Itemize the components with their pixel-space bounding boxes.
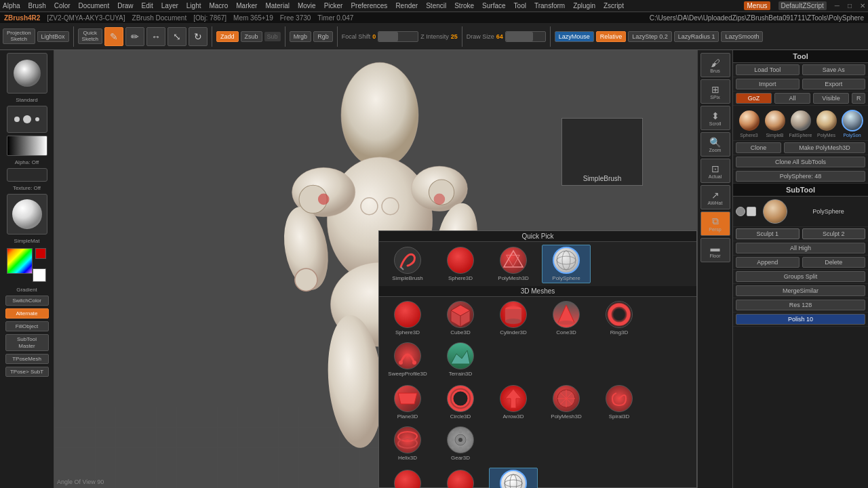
menu-light[interactable]: Light	[186, 2, 201, 9]
menu-zplugin[interactable]: Zplugin	[573, 2, 595, 9]
thumb-polysphere-main[interactable]: Sphere3	[737, 108, 762, 138]
subtool-eye-toggle[interactable]	[736, 207, 745, 216]
quick-item-simplebrush[interactable]: SimpleBrush	[383, 245, 432, 283]
append-btn[interactable]: Append	[736, 257, 800, 268]
merge-similar-btn[interactable]: MergeSimilar	[736, 285, 865, 296]
zadd-btn[interactable]: Zadd	[216, 31, 239, 42]
visible-btn[interactable]: Visible	[813, 93, 849, 104]
r-btn[interactable]: R	[852, 93, 865, 104]
switch-color-btn[interactable]: SwitchColor	[5, 296, 49, 306]
subtool-master-btn[interactable]: SubToolMaster	[5, 334, 49, 351]
rt-scroll[interactable]: ⬍ Scroll	[701, 106, 730, 130]
icon-close[interactable]: ✕	[860, 2, 865, 9]
texture-preview[interactable]	[7, 168, 47, 182]
lazy-radius-btn[interactable]: LazyRadius 1	[674, 31, 719, 42]
rgb-btn[interactable]: Rgb	[313, 31, 333, 42]
export-btn[interactable]: Export	[802, 79, 866, 89]
draw-icon[interactable]: ✏	[125, 27, 144, 46]
rotate-icon[interactable]: ↻	[189, 27, 208, 46]
menu-picker[interactable]: Picker	[324, 2, 343, 9]
mesh-zsphere[interactable]: ZSphere	[436, 468, 485, 488]
menu-stencil[interactable]: Stencil	[426, 2, 446, 9]
sculpt1-btn[interactable]: Sculpt 1	[736, 228, 800, 239]
menu-surface[interactable]: Surface	[482, 2, 505, 9]
res-128-btn[interactable]: Res 128	[736, 300, 865, 310]
lightbox-btn[interactable]: LightBox	[37, 31, 69, 42]
rt-actual[interactable]: ⊡ Actual	[701, 159, 730, 183]
polysphere-count-btn[interactable]: PolySphere: 48	[736, 171, 865, 182]
groups-split-btn[interactable]: Groups Split	[736, 271, 865, 282]
mesh-cone3d[interactable]: Cone3D	[542, 300, 591, 337]
material-preview[interactable]	[7, 194, 47, 235]
mesh-cylinder3d[interactable]: Cylinder3D	[489, 300, 538, 337]
mesh-terrain3d[interactable]: Terrain3D	[436, 341, 485, 378]
quick-item-polymesh[interactable]: PolyMesh3D	[489, 245, 538, 283]
menu-color[interactable]: Color	[54, 2, 71, 9]
menu-brush[interactable]: Brush	[28, 2, 46, 9]
menu-zscript[interactable]: Zscript	[604, 2, 624, 9]
thumb-polymes[interactable]: PolyMes	[814, 108, 839, 138]
dot-preview[interactable]	[7, 106, 47, 133]
mesh-plane3d[interactable]: Plane3D	[383, 384, 432, 421]
move-icon[interactable]: ↔	[146, 27, 165, 46]
clone-btn[interactable]: Clone	[736, 142, 781, 153]
menu-alpha[interactable]: Alpha	[3, 2, 20, 9]
quick-item-sphere3d[interactable]: Sphere3D	[436, 245, 485, 283]
rt-awhat[interactable]: ↗ AWHat	[701, 185, 730, 209]
make-polymesh-btn[interactable]: Make PolyMesh3D	[784, 142, 865, 153]
menu-movie[interactable]: Movie	[298, 2, 316, 9]
color-swatch[interactable]	[7, 248, 47, 282]
mesh-sphere3d[interactable]: Sphere3D	[383, 300, 432, 337]
menu-stroke[interactable]: Stroke	[454, 2, 474, 9]
thumb-fallsphere[interactable]: FallSphere	[789, 108, 813, 138]
lazy-step-btn[interactable]: LazyStep 0.2	[628, 31, 672, 42]
scale-icon[interactable]: ⤡	[167, 27, 186, 46]
quick-item-polysphere[interactable]: PolySphere	[542, 245, 591, 283]
subtool-lock-toggle[interactable]	[747, 207, 756, 216]
rt-brus[interactable]: 🖌 Brus	[701, 53, 730, 77]
draw-size-slider[interactable]	[505, 31, 546, 42]
thumb-polysphere-sel[interactable]: PolySon	[840, 108, 865, 138]
rt-persp[interactable]: ⧉ Persp	[701, 211, 730, 236]
mesh-helix3d[interactable]: Helix3D	[383, 425, 432, 462]
all-btn[interactable]: All	[774, 93, 810, 104]
menu-transform[interactable]: Transform	[534, 2, 565, 9]
lazy-mouse-btn[interactable]: LazyMouse	[555, 31, 594, 42]
mrgb-btn[interactable]: Mrgb	[290, 31, 312, 42]
load-tool-btn[interactable]: Load Tool	[736, 64, 800, 75]
mesh-polysphere[interactable]: PolySphere	[489, 468, 538, 488]
sculpt2-btn[interactable]: Sculpt 2	[802, 228, 866, 239]
mesh-circle3d[interactable]: Circle3D	[436, 384, 485, 421]
rt-spix[interactable]: ⊞ SPix	[701, 79, 730, 104]
thumb-simplebr[interactable]: SimpleB	[763, 108, 787, 138]
zsub-btn[interactable]: Zsub	[241, 31, 262, 42]
edit-icon[interactable]: ✎	[104, 27, 123, 46]
import-btn[interactable]: Import	[736, 79, 800, 89]
mesh-polymesh3d[interactable]: PolyMesh3D	[542, 384, 591, 421]
goz-btn[interactable]: GoZ	[736, 93, 772, 104]
menu-document[interactable]: Document	[79, 2, 110, 9]
menu-draw[interactable]: Draw	[117, 2, 133, 9]
canvas-area[interactable]: SimpleBrush Angle Of View 90 Quick Pick	[54, 50, 697, 488]
mesh-cube3d[interactable]: Cube3D	[436, 300, 485, 337]
rt-floor[interactable]: ▬ Floor	[701, 238, 730, 262]
menu-marker[interactable]: Marker	[236, 2, 257, 9]
quick-sketch-btn[interactable]: QuickSketch	[78, 28, 102, 45]
mesh-arrow3d[interactable]: Arrow3D	[489, 384, 538, 421]
menus-btn[interactable]: Menus	[744, 1, 770, 10]
mesh-sweepprofile3d[interactable]: SweepProfile3D	[383, 341, 432, 378]
projection-sketch-btn[interactable]: ProjectionSketch	[3, 28, 35, 45]
subtool-preview[interactable]	[763, 199, 787, 224]
mesh-ring3d[interactable]: Ring3D	[595, 300, 644, 337]
icon-minimize[interactable]: ─	[835, 2, 840, 9]
icon-maximize[interactable]: □	[848, 2, 852, 9]
menu-tool[interactable]: Tool	[514, 2, 526, 9]
relative-btn[interactable]: Relative	[596, 31, 627, 42]
menu-layer[interactable]: Layer	[161, 2, 178, 9]
lazy-smooth-btn[interactable]: LazySmooth	[721, 31, 763, 42]
alpha-preview[interactable]	[7, 136, 47, 156]
save-as-btn[interactable]: Save As	[802, 64, 866, 75]
mesh-spiral3d[interactable]: Spiral3D	[595, 384, 644, 421]
menu-edit[interactable]: Edit	[142, 2, 153, 9]
defaultzscript-btn[interactable]: DefaultZScript	[778, 1, 827, 10]
